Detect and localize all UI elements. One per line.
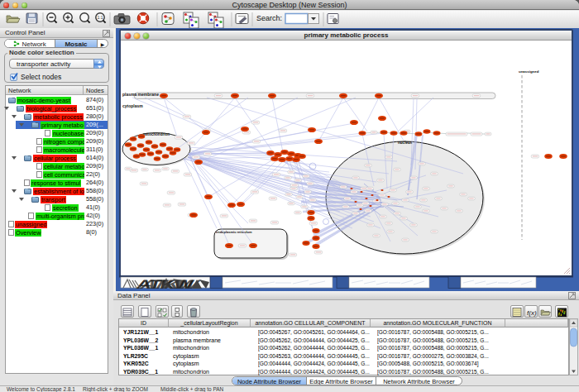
svg-text:nucleus: nucleus — [398, 141, 413, 145]
svg-text:mitochondrion: mitochondrion — [143, 132, 170, 136]
svg-text:ATKW: ATKW — [137, 277, 203, 291]
svg-text:f(x): f(x) — [527, 309, 537, 317]
svg-text:cytoplasm: cytoplasm — [122, 103, 143, 108]
svg-text:unassigned: unassigned — [519, 69, 539, 74]
svg-text:endoplasmic reticulum: endoplasmic reticulum — [216, 230, 252, 234]
svg-text:1:1: 1:1 — [98, 15, 103, 20]
svg-text:plasma membrane: plasma membrane — [122, 92, 159, 97]
svg-text:Search:: Search: — [256, 14, 282, 22]
